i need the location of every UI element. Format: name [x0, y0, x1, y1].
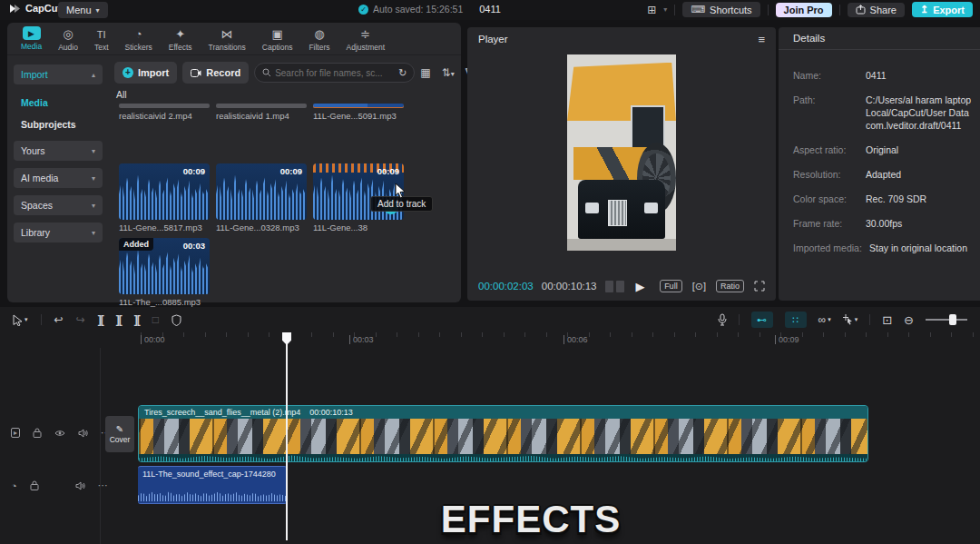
redo-button[interactable]: ↪: [76, 313, 85, 326]
text-icon: TI: [97, 26, 106, 42]
display-layout-icon[interactable]: ⊞: [647, 4, 656, 16]
mask-shield-icon[interactable]: [172, 314, 181, 326]
tab-label: Stickers: [125, 43, 152, 52]
effects-star-icon: ✦: [175, 26, 185, 42]
compare-frames-icon[interactable]: [605, 281, 624, 292]
audio-waveform-tile[interactable]: 00:09: [119, 163, 210, 220]
playhead-line[interactable]: [286, 332, 288, 540]
import-label: Import: [138, 67, 169, 78]
media-item[interactable]: 00:09 11L-Gene...5817.mp3: [119, 163, 210, 232]
tab-label: Audio: [58, 43, 78, 52]
field-label: Frame rate:: [793, 217, 866, 230]
chevron-down-icon: ▾: [24, 316, 28, 323]
tab-label: Transitions: [209, 43, 246, 52]
preview-cursor-toggle[interactable]: ▾: [843, 314, 858, 325]
media-item[interactable]: realisticaivid 2.mp4: [119, 104, 210, 121]
camera-icon: [191, 69, 201, 77]
sort-icon[interactable]: ⇅▾: [442, 66, 455, 79]
sidebar-item-yours[interactable]: Yours ▾: [14, 141, 103, 161]
delete-button[interactable]: □: [152, 313, 159, 326]
sidebar-item-media[interactable]: Media: [14, 92, 103, 114]
delete-left-button[interactable]: ][: [116, 313, 122, 326]
grid-view-icon[interactable]: ▦: [420, 66, 430, 79]
lock-icon[interactable]: [33, 428, 42, 438]
fullscreen-icon[interactable]: [754, 281, 765, 292]
full-button[interactable]: Full: [660, 280, 682, 292]
focus-icon[interactable]: [⊙]: [692, 281, 706, 292]
select-tool[interactable]: ▾: [13, 314, 28, 326]
ground: [567, 239, 676, 251]
media-item[interactable]: Added 00:03 11L-The_...0885.mp3: [119, 238, 210, 307]
video-clip[interactable]: Tires_screech__sand_flies__metal (2).mp4…: [138, 405, 868, 462]
cover-button[interactable]: ✎ Cover: [105, 416, 134, 452]
speaker-icon[interactable]: [78, 429, 88, 438]
search-box[interactable]: ↻: [254, 63, 415, 83]
tab-media[interactable]: ▶ Media: [15, 26, 48, 54]
main-track-magnet-toggle[interactable]: ⊷: [751, 312, 773, 328]
more-icon[interactable]: ⋯: [98, 480, 108, 491]
media-item[interactable]: realisticaivid 1.mp4: [216, 104, 307, 121]
tab-filters[interactable]: ◍ Filters: [302, 26, 336, 54]
join-pro-label: Join Pro: [784, 5, 824, 15]
sidebar-item-ai-media[interactable]: AI media ▾: [14, 168, 103, 188]
auto-snap-toggle[interactable]: ∷: [785, 312, 807, 328]
speaker-icon[interactable]: [75, 481, 85, 490]
media-item[interactable]: 11L-Gene...5091.mp3: [313, 104, 404, 121]
pencil-icon: ✎: [116, 424, 123, 434]
audio-waveform-tile[interactable]: Added 00:03: [119, 238, 210, 294]
media-panel: ▶ Media ◎ Audio TI Text ◔ Stickers ✦ Eff…: [7, 23, 461, 302]
tab-captions[interactable]: ▣ Captions: [256, 26, 299, 54]
tab-effects[interactable]: ✦ Effects: [162, 26, 199, 54]
preview-axis-icon[interactable]: ⊡: [882, 313, 892, 327]
divider: [869, 314, 870, 325]
sidebar-item-import[interactable]: Import ▴: [14, 64, 103, 84]
filter-all-label[interactable]: All: [116, 89, 127, 100]
sidebar-item-library[interactable]: Library ▾: [14, 223, 103, 242]
audio-clip[interactable]: 11L-The_sound_effect_cap-1744280: [138, 466, 287, 504]
record-button[interactable]: Record: [182, 62, 249, 84]
voiceover-mic-icon[interactable]: [718, 313, 727, 326]
filters-icon: ◍: [314, 26, 324, 42]
export-button[interactable]: ↥ Export: [912, 2, 973, 17]
ratio-button[interactable]: Ratio: [716, 280, 744, 292]
tab-transitions[interactable]: ⋈ Transitions: [202, 26, 252, 54]
display-chevron-icon[interactable]: ▾: [663, 5, 667, 14]
player-menu-icon[interactable]: ≡: [758, 33, 765, 46]
search-input[interactable]: [275, 68, 395, 78]
sidebar-item-subprojects[interactable]: Subprojects: [14, 114, 103, 135]
sidebar-item-spaces[interactable]: Spaces ▾: [14, 195, 103, 215]
video-thumbnail: [119, 104, 210, 108]
tab-stickers[interactable]: ◔ Stickers: [119, 26, 159, 54]
linking-toggle[interactable]: ∞▾: [818, 313, 831, 326]
video-clip-name: Tires_screech__sand_flies__metal (2).mp4: [144, 408, 300, 417]
media-item-name: realisticaivid 2.mp4: [119, 111, 210, 121]
chevron-down-icon: ▾: [92, 174, 95, 183]
undo-button[interactable]: ↩: [54, 313, 64, 326]
audio-waveform-tile[interactable]: 00:09: [216, 163, 307, 220]
timeline-ruler[interactable]: 00:00 00:03 00:06 00:09: [0, 332, 980, 348]
split-button[interactable]: ][: [98, 313, 103, 326]
field-label: Aspect ratio:: [793, 143, 866, 156]
divider: [768, 5, 769, 15]
shortcuts-button[interactable]: ⌨ Shortcuts: [682, 2, 760, 17]
player-title: Player: [478, 34, 508, 45]
zoom-out-icon[interactable]: ⊖: [904, 313, 914, 327]
tab-text[interactable]: TI Text: [88, 26, 115, 54]
delete-right-button[interactable]: ][: [134, 313, 140, 326]
transitions-icon: ⋈: [221, 26, 233, 42]
tab-adjustment[interactable]: ≑ Adjustment: [340, 26, 392, 54]
tab-audio[interactable]: ◎ Audio: [52, 26, 84, 54]
play-button[interactable]: ▶: [636, 280, 645, 293]
lock-icon[interactable]: [30, 480, 39, 490]
join-pro-button[interactable]: Join Pro: [776, 3, 832, 17]
media-item[interactable]: 00:09 11L-Gene...0328.mp3: [216, 163, 307, 232]
eye-icon[interactable]: [54, 430, 65, 437]
field-value: 30.00fps: [866, 217, 902, 230]
refresh-icon[interactable]: ↻: [398, 67, 407, 79]
timeline-zoom-slider[interactable]: [926, 319, 967, 321]
zoom-slider-handle[interactable]: [949, 314, 956, 325]
import-button[interactable]: + Import: [114, 62, 177, 84]
tab-label: Media: [21, 42, 42, 51]
details-panel: Details Name: 0411 Path: C:/Users/al har…: [779, 27, 980, 301]
share-button[interactable]: Share: [848, 3, 905, 17]
